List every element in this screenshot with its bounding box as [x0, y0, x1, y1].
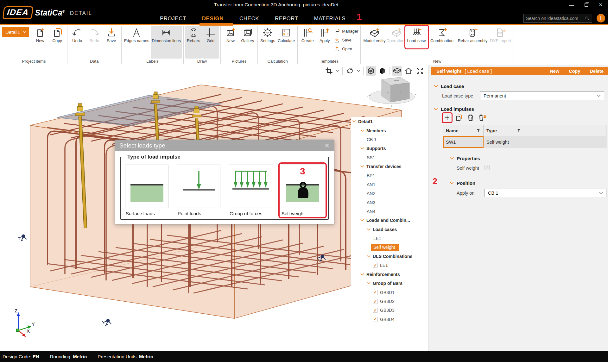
load-impulse-table: Name Type SW1 Self weight — [443, 125, 606, 148]
tree-node-self-weight[interactable]: Self weight — [351, 243, 428, 252]
dxf-import-button[interactable]: DXF DXF Import — [489, 26, 512, 44]
restore-button[interactable] — [579, 0, 593, 9]
tree-node-an1[interactable]: AN1 — [351, 180, 428, 189]
minimize-button[interactable]: — — [564, 0, 579, 9]
position-section-header[interactable]: Position — [450, 180, 475, 186]
rebar-assembly-icon — [467, 27, 478, 38]
checkbox-checked[interactable]: ✓ — [373, 317, 378, 322]
combination-button[interactable]: Combination — [428, 26, 456, 44]
apply-on-dropdown[interactable]: CB 1 — [484, 189, 606, 197]
panel-delete-button[interactable]: Delete — [590, 69, 604, 74]
model-entity-button[interactable]: Model entity — [362, 26, 386, 44]
tree-node-an4[interactable]: AN4 — [351, 207, 428, 216]
filter-icon[interactable] — [517, 129, 521, 133]
copy-project-item-button[interactable]: Copy — [49, 26, 66, 44]
redo-button[interactable]: Redo — [86, 26, 103, 44]
operations-button[interactable]: Operations — [387, 26, 406, 44]
load-case-type-dropdown[interactable]: Permanent — [480, 91, 604, 100]
rotate-view-button[interactable] — [345, 66, 355, 76]
tree-node-le1[interactable]: LE1 — [351, 234, 428, 243]
undo-button[interactable]: Undo — [69, 26, 86, 44]
calculate-button[interactable]: +−×÷ Calculate — [277, 26, 296, 44]
template-create-button[interactable]: Create — [299, 26, 316, 44]
tree-node-detail1[interactable]: Detail1 — [351, 117, 428, 126]
template-apply-button[interactable]: Apply — [316, 26, 333, 44]
option-point-loads[interactable]: Point loads — [177, 165, 220, 216]
tree-node-group-of-bars[interactable]: Group of Bars — [351, 279, 428, 288]
template-open-button[interactable]: Open — [334, 45, 358, 53]
wireframe-view-button[interactable] — [366, 66, 376, 76]
add-load-impulse-button[interactable] — [442, 113, 452, 123]
option-self-weight[interactable]: 3 Self weight — [281, 165, 324, 216]
load-case-section-header[interactable]: Load case — [434, 84, 464, 89]
dialog-close-icon[interactable]: ✕ — [324, 142, 330, 149]
tree-node-bp1[interactable]: BP1 — [351, 171, 428, 180]
tree-node-an3[interactable]: AN3 — [351, 198, 428, 207]
tree-node-ss1[interactable]: SS1 — [351, 153, 428, 162]
checkbox-checked[interactable]: ✓ — [373, 290, 378, 295]
rebars-toggle[interactable]: Rebars — [185, 26, 202, 59]
delete-load-impulse-button[interactable] — [466, 113, 475, 123]
search-box[interactable] — [523, 14, 592, 22]
close-button[interactable]: ✕ — [593, 0, 608, 9]
panel-copy-button[interactable]: Copy — [569, 69, 580, 74]
zoom-fit-button[interactable] — [415, 66, 425, 76]
tree-node-supports[interactable]: Supports — [351, 144, 428, 153]
clipped-view-button[interactable] — [392, 66, 402, 76]
clip-plane-button[interactable] — [324, 66, 334, 76]
cell-empty[interactable] — [524, 136, 606, 148]
tree-node-gb3d1[interactable]: ✓GB3D1 — [351, 288, 428, 297]
tab-report[interactable]: REPORT — [275, 16, 298, 22]
tree-node-members[interactable]: Members — [351, 126, 428, 135]
template-manager-button[interactable]: Manager — [334, 27, 358, 35]
cell-type[interactable]: Self weight — [484, 136, 524, 148]
settings-button[interactable]: </> Settings — [259, 26, 276, 44]
option-surface-loads[interactable]: Surface loads — [125, 165, 168, 216]
tree-node-transfer-devices[interactable]: Transfer devices — [351, 162, 428, 171]
checkbox-checked[interactable]: ✓ — [373, 263, 378, 268]
solid-view-button[interactable] — [377, 66, 387, 76]
dimension-lines-toggle[interactable]: Dimension lines — [151, 26, 182, 59]
info-icon[interactable]: i — [597, 14, 605, 22]
tree-node-load-cases[interactable]: Load cases — [351, 225, 428, 234]
checkbox-checked[interactable]: ✓ — [373, 308, 378, 313]
tree-node-uls-combinations[interactable]: ULS Combinations — [351, 252, 428, 261]
option-group-of-forces[interactable]: Group of forces — [229, 165, 272, 216]
tree-node-gb3d3[interactable]: ✓GB3D3 — [351, 306, 428, 315]
copy-load-impulse-button[interactable] — [454, 113, 464, 123]
template-save-button[interactable]: Save — [334, 36, 358, 44]
rotate-view-dropdown[interactable] — [356, 70, 361, 72]
gallery-button[interactable]: Gallery — [239, 26, 256, 44]
panel-new-button[interactable]: New — [550, 69, 559, 74]
tree-node-uls-le1[interactable]: ✓LE1 — [351, 261, 428, 270]
new-picture-button[interactable]: New — [222, 26, 239, 44]
tree-node-an2[interactable]: AN2 — [351, 189, 428, 198]
clip-plane-dropdown[interactable] — [335, 70, 340, 72]
search-input[interactable] — [526, 16, 583, 21]
tree-node-reinforcements[interactable]: Reinforcements — [351, 270, 428, 279]
tab-design[interactable]: DESIGN — [202, 16, 224, 22]
rebar-assembly-button[interactable]: Rebar assembly — [457, 26, 489, 44]
app-logo: IDEA StatiCa® DETAIL — [3, 6, 92, 19]
tab-check[interactable]: CHECK — [239, 16, 259, 22]
home-view-button[interactable] — [403, 66, 414, 76]
tree-node-gb3d4[interactable]: ✓GB3D4 — [351, 315, 428, 324]
properties-section-header[interactable]: Properties — [450, 156, 480, 161]
tree-node-loads-combinations[interactable]: Loads and Combin... — [351, 216, 428, 225]
load-case-button[interactable]: Load case — [406, 26, 427, 44]
checkbox-checked[interactable]: ✓ — [373, 299, 378, 304]
edges-names-toggle[interactable]: Edges names — [123, 26, 150, 44]
fieldset-legend: Type of load impulse — [125, 154, 182, 160]
tree-node-gb3d2[interactable]: ✓GB3D2 — [351, 297, 428, 306]
save-button[interactable]: Save — [103, 26, 120, 44]
grid-toggle[interactable]: Grid — [202, 26, 219, 59]
cell-name[interactable]: SW1 — [443, 136, 484, 148]
project-selector[interactable]: Detail1 — [2, 27, 29, 37]
tab-project[interactable]: PROJECT — [160, 16, 186, 22]
tab-materials[interactable]: MATERIALS — [314, 16, 346, 22]
filter-icon[interactable] — [476, 129, 480, 133]
tree-node-cb1[interactable]: CB 1 — [351, 135, 428, 144]
load-impulses-section-header[interactable]: Load impulses — [434, 106, 474, 112]
delete-all-load-impulses-button[interactable] — [478, 113, 487, 123]
new-project-item-button[interactable]: New — [32, 26, 48, 44]
